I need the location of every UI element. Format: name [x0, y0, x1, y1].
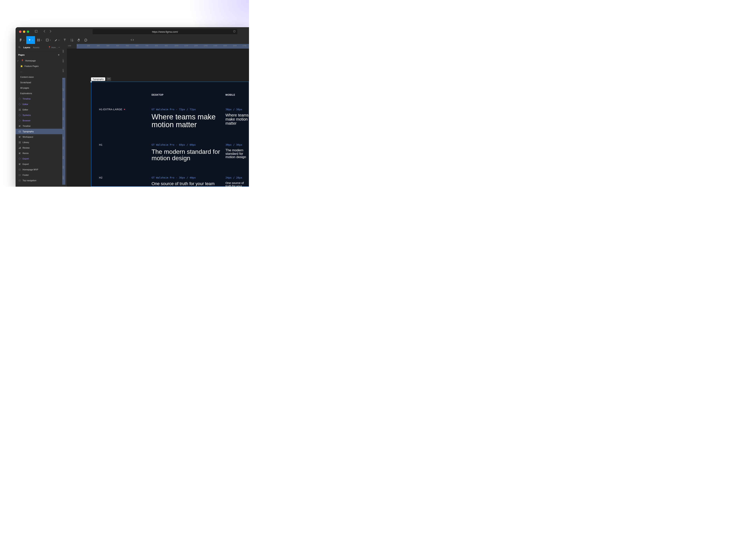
svg-point-3: [21, 39, 21, 39]
layer-item[interactable]: Timeline: [16, 123, 62, 129]
close-icon[interactable]: [19, 30, 21, 33]
ruler-tick: 900: [62, 165, 66, 175]
svg-rect-22: [19, 99, 19, 99]
ruler-tick: 1000: [62, 175, 66, 185]
check-icon: ✓: [17, 60, 20, 62]
figma-menu-button[interactable]: ▾: [18, 36, 26, 44]
layer-item[interactable]: Browser: [16, 118, 62, 123]
typo-row-label: H1-EXTRA-LARGE★: [99, 108, 152, 111]
ruler-tick: 400: [62, 117, 66, 126]
url-bar[interactable]: https://www.figma.com/: [92, 29, 238, 35]
frame-name-badge[interactable]: Typography: [91, 77, 105, 81]
dev-mode-icon[interactable]: [131, 38, 134, 42]
typo-row-label: H1: [99, 143, 152, 146]
lines-icon: [18, 125, 21, 127]
browser-titlebar: https://www.figma.com/: [16, 27, 249, 36]
layer-item[interactable]: Typography: [16, 129, 62, 134]
tab-layers[interactable]: Layers: [23, 46, 30, 49]
typography-row: H2GT Walsheim Pro - 36px / 40pxOne sourc…: [99, 176, 249, 187]
page-item[interactable]: All pages: [16, 85, 62, 90]
svg-point-16: [71, 41, 71, 41]
svg-rect-27: [20, 104, 21, 105]
resources-button[interactable]: [68, 36, 75, 44]
layer-item[interactable]: Timeline: [16, 96, 62, 102]
svg-rect-36: [20, 119, 20, 120]
sidebar-toggle-icon[interactable]: [35, 30, 38, 34]
page-item[interactable]: Scratchpad: [16, 80, 62, 85]
layer-item[interactable]: Homepage MVP: [16, 167, 62, 172]
ruler-tick: 300: [106, 44, 115, 49]
reload-icon[interactable]: [233, 30, 236, 33]
traffic-lights: [19, 30, 29, 33]
page-item[interactable]: Content vision: [16, 74, 62, 80]
page-emoji-icon: ⭐: [20, 65, 23, 68]
page-item[interactable]: Explorations: [16, 90, 62, 96]
ruler-tick: 200: [96, 44, 106, 49]
rect-icon: [18, 131, 21, 133]
ruler-tick: 600: [62, 136, 66, 146]
typo-spec: GT Walsheim Pro - 72px / 72px: [152, 108, 226, 111]
ruler-tick: 0: [62, 78, 66, 87]
typography-row: H1-EXTRA-LARGE★GT Walsheim Pro - 72px / …: [99, 108, 249, 129]
ruler-tick: 700: [145, 44, 154, 49]
text-tool-button[interactable]: [61, 36, 68, 44]
layer-item[interactable]: Editor: [16, 107, 62, 112]
svg-rect-43: [19, 131, 20, 132]
ruler-tick: 200: [62, 97, 66, 107]
hand-tool-button[interactable]: [75, 36, 82, 44]
tab-assets[interactable]: Assets: [33, 46, 39, 49]
ruler-tick: -100: [67, 44, 77, 49]
add-page-button[interactable]: +: [58, 53, 59, 56]
page-item[interactable]: ⭐Feature Pages: [16, 63, 62, 69]
layer-name: Export: [23, 158, 29, 160]
frame-tool-button[interactable]: ▾: [35, 36, 44, 44]
typo-spec: 38px / 38px: [226, 108, 249, 111]
comment-tool-button[interactable]: [82, 36, 89, 44]
typo-sample: The modern standard for motion design: [226, 149, 249, 159]
component-icon: [18, 114, 21, 116]
layer-item[interactable]: Export: [16, 161, 62, 167]
layer-item[interactable]: Editor: [16, 102, 62, 107]
column-header-mobile: MOBILE: [226, 94, 249, 96]
minimize-icon[interactable]: [23, 30, 25, 33]
svg-rect-51: [19, 148, 19, 149]
page-label: Content vision: [20, 76, 34, 78]
move-tool-button[interactable]: ▾: [26, 36, 35, 44]
ruler-tick: 500: [125, 44, 135, 49]
page-item[interactable]: —: [16, 69, 62, 74]
svg-rect-38: [19, 121, 19, 121]
layer-item[interactable]: Remix: [16, 151, 62, 156]
layer-name: Review: [23, 146, 30, 149]
page-emoji-icon: 📍: [21, 59, 24, 62]
layer-item[interactable]: Workspace: [16, 134, 62, 140]
svg-rect-0: [35, 30, 37, 32]
forward-icon[interactable]: [49, 30, 52, 33]
selected-frame[interactable]: DESKTOP MOBILE H1-EXTRA-LARGE★GT Walshei…: [91, 82, 249, 187]
back-icon[interactable]: [43, 30, 46, 33]
maximize-icon[interactable]: [27, 30, 29, 33]
pen-tool-button[interactable]: ▾: [53, 36, 61, 44]
url-text: https://www.figma.com/: [152, 30, 178, 33]
page-dropdown[interactable]: 📍 Hom… ▾: [48, 46, 59, 49]
layer-name: Homepage MVP: [23, 168, 38, 171]
svg-rect-59: [19, 158, 19, 159]
svg-rect-24: [20, 103, 20, 104]
layer-item[interactable]: Systems: [16, 112, 62, 118]
layer-name: Library: [23, 141, 29, 143]
search-icon[interactable]: [18, 46, 21, 49]
ruler-tick: 1300: [203, 44, 213, 49]
svg-rect-23: [20, 99, 21, 99]
dev-mode-badge-icon[interactable]: [106, 77, 111, 81]
selection-handle[interactable]: [91, 81, 92, 82]
layer-item[interactable]: Library: [16, 140, 62, 145]
canvas-area[interactable]: -100010020030040050060070080090010001100…: [62, 44, 249, 187]
component-icon: [18, 103, 21, 105]
svg-rect-39: [20, 121, 21, 121]
layer-item[interactable]: Footer: [16, 172, 62, 178]
layer-item[interactable]: Export: [16, 156, 62, 161]
layer-item[interactable]: Review: [16, 145, 62, 151]
page-label: Explorations: [20, 92, 32, 95]
shape-tool-button[interactable]: ▾: [44, 36, 53, 44]
page-item[interactable]: ✓📍Homepage: [16, 58, 62, 63]
layer-item[interactable]: Top navigation: [16, 178, 62, 183]
